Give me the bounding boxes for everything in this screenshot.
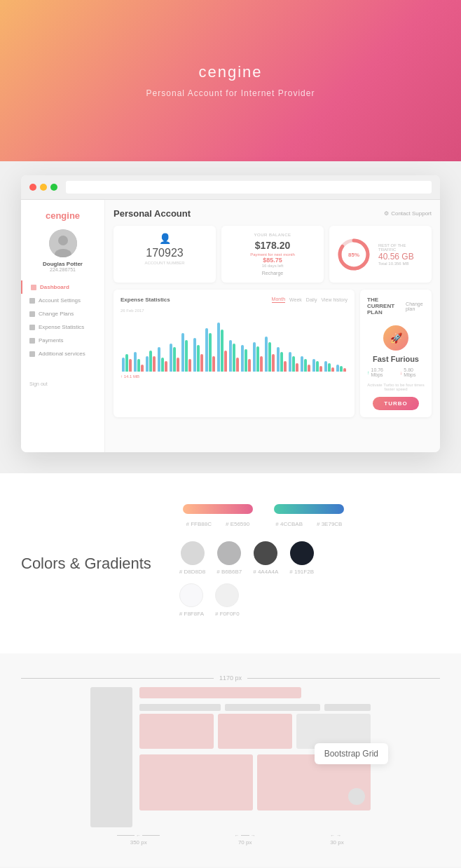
bar-green-14 [292,356,295,372]
chart-tabs: Month Week Daily View history [272,297,348,303]
nav-additional[interactable]: Additional services [21,347,104,360]
bar-blue-13 [277,347,280,372]
color-d8d8d8-label: # D8D8D8 [179,569,205,575]
color-circle-dark-navy [290,541,314,565]
bar-green-3 [161,358,164,372]
download-speed: ↓ 5.80 Mbps [400,367,425,377]
color-f8f8fa-label: # F8F8FA [179,611,204,617]
plan-icon: 🚀 [383,325,408,351]
balance-recharge[interactable]: Recharge [228,271,317,276]
bar-green-4 [173,347,176,372]
nav-dashboard[interactable]: Dashboard [21,280,104,294]
bar-group-1 [134,352,144,372]
ruler-350: ← [117,833,160,838]
bar-group-0 [122,354,132,372]
grid-card-1 [139,714,214,749]
nav-payments[interactable]: Payments [21,334,104,347]
browser-dots [29,184,57,191]
traffic-info: REST OF THE TRAFFIC 40.56 GB Total 10.35… [378,243,425,266]
app-sidebar: cengine Douglas Potter 224.286751 [21,200,105,452]
tab-daily[interactable]: Daily [306,297,317,303]
bar-blue-9 [229,340,232,372]
nav-account[interactable]: Account Settings [21,294,104,307]
expense-header: Expense Statistics Month Week Daily View… [121,297,348,303]
color-b6b6b7-label: # B6B6B7 [216,569,242,575]
colors-section-title: Colors & Gradients [21,555,151,573]
hero-subtitle: Personal Account for Internet Provider [146,88,315,98]
nav-plans[interactable]: Change Plans [21,307,104,320]
svg-rect-5 [183,504,253,514]
bottom-row: Expense Statistics Month Week Daily View… [113,290,432,417]
gradient-1-to-label: # E56590 [226,521,249,527]
user-avatar-section: Douglas Potter 224.286751 [21,229,104,272]
bar-red-18 [343,368,346,372]
dot-green[interactable] [50,184,57,191]
bar-group-11 [253,342,263,372]
browser-body: cengine Douglas Potter 224.286751 [21,200,440,452]
signout-link[interactable]: Sign out [21,374,104,393]
plan-name: Fast Furious [373,355,419,363]
grid-top-bar-2 [139,704,371,711]
tab-history[interactable]: View history [321,297,348,303]
colors-section: Colors & Gradients # FFB88C # E56590 [0,473,461,653]
bar-blue-8 [217,323,220,372]
grid-sidebar-mock [90,687,132,827]
tab-week[interactable]: Week [289,297,302,303]
turbo-button[interactable]: TURBO [373,397,418,410]
bar-blue-4 [170,344,172,372]
dot-yellow[interactable] [40,184,47,191]
bar-red-8 [224,351,227,372]
bar-blue-3 [158,347,160,372]
traffic-label: REST OF THE TRAFFIC [378,243,425,252]
grid-small-labels: ← 350 px ← → 70 px ← → 30 px [80,833,381,846]
bar-red-11 [260,356,263,372]
browser-address-bar[interactable] [66,181,432,194]
bar-green-11 [256,346,259,372]
bar-red-6 [200,354,203,372]
balance-amount: $178.20 [228,240,317,251]
nav-expenses[interactable]: Expense Statistics [21,320,104,334]
avatar [49,229,77,257]
traffic-percent: 85% [348,251,359,257]
plan-change[interactable]: Change plan [406,301,425,311]
account-icon [29,298,35,304]
browser-window: cengine Douglas Potter 224.286751 [21,175,440,452]
dashboard-icon [31,285,36,290]
bar-group-9 [229,340,239,372]
color-f0f0f0: # F0F0F0 [215,583,240,617]
color-191f2b-label: # 191F2B [289,569,314,575]
plan-speeds: ↑ 10.76 Mbps ↓ 5.80 Mbps [367,367,425,377]
account-icon: 👤 [121,233,209,244]
support-icon: ⚙ [384,210,389,217]
bar-blue-7 [205,328,208,372]
bar-green-10 [245,349,247,372]
grid-big-left [139,754,253,811]
bar-group-18 [336,365,346,372]
bar-blue-15 [301,356,303,372]
bar-group-4 [170,344,179,372]
bar-green-0 [125,354,128,372]
bar-group-14 [289,352,298,372]
upload-speed: ↑ 10.76 Mbps [367,367,394,377]
support-button[interactable]: ⚙ Contact Support [384,210,432,217]
ruler-70: ← → [235,833,256,838]
bar-green-6 [197,345,200,372]
balance-days-left: 16 days left [228,264,317,268]
grid-bar-gray-2 [225,704,321,711]
dot-red[interactable] [29,184,36,191]
bar-green-8 [221,330,223,372]
bar-red-5 [188,359,191,372]
color-191f2b: # 191F2B [289,541,314,575]
bar-group-8 [217,323,227,372]
color-f8f8fa: # F8F8FA [179,583,204,617]
gradient-item-2: # 4CCBAB # 3E79CB [270,501,348,527]
bar-blue-1 [134,352,137,372]
grid-width-label: 1170 px [219,674,242,681]
tab-month[interactable]: Month [272,297,285,303]
bar-red-17 [331,367,334,372]
bar-green-12 [268,342,271,372]
gradient-2-from-label: # 4CCBAB [275,521,303,527]
bar-green-7 [209,333,212,372]
grid-label-70: ← → 70 px [235,833,256,846]
bar-green-16 [316,361,319,372]
